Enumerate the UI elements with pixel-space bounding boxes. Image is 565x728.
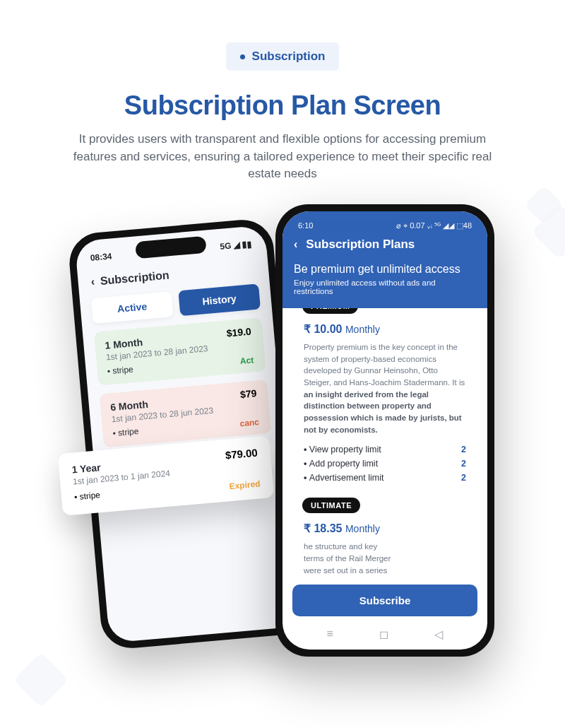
subscribe-button[interactable]: Subscribe [292, 585, 477, 616]
plans-header: 6:10 ⌀ ⌖ 0.07 ᵥᵢ ⁵ᴳ ◢◢ ⬚48 ‹ Subscriptio… [282, 211, 487, 308]
phone-mockup-plans: 6:10 ⌀ ⌖ 0.07 ᵥᵢ ⁵ᴳ ◢◢ ⬚48 ‹ Subscriptio… [275, 204, 494, 657]
back-icon[interactable]: ‹ [90, 276, 95, 288]
plans-body: PREMIUM ₹ 10.00 Monthly Property premium… [282, 308, 487, 577]
status-bar: 6:10 ⌀ ⌖ 0.07 ᵥᵢ ⁵ᴳ ◢◢ ⬚48 [294, 220, 476, 237]
plan-badge: PREMIUM [302, 308, 358, 314]
plan-badge: ULTIMATE [302, 498, 360, 513]
status-badge: Act [239, 355, 254, 366]
tab-active[interactable]: Active [91, 291, 174, 324]
screen-title-row: ‹ Subscription Plans [294, 237, 476, 252]
plan-price: ₹ 10.00 Monthly [304, 322, 466, 336]
limit-row: View property limit 2 [304, 442, 466, 457]
nav-back-icon[interactable]: ◁ [434, 628, 443, 641]
plan-card-ultimate[interactable]: ULTIMATE ₹ 18.35 Monthly he structure an… [292, 505, 477, 577]
plan-price: ₹ 18.35 Monthly [304, 522, 466, 535]
subscribe-wrap: Subscribe [282, 577, 487, 621]
limit-label: Add property limit [304, 459, 378, 469]
status-time: 6:10 [298, 221, 313, 230]
nav-menu-icon[interactable]: ≡ [327, 628, 333, 640]
card-price: $19.0 [226, 325, 251, 339]
nav-home-icon[interactable]: ◻ [379, 628, 388, 641]
card-price: $79 [239, 387, 257, 400]
page-title: Subscription Plan Screen [0, 90, 565, 121]
phone-mockup-history: 08:34 5G ◢ ▮▮ ‹ Subscription Active Hist… [67, 217, 307, 650]
status-badge: Expired [229, 479, 261, 491]
plan-description: Property premium is the key concept in t… [304, 341, 466, 435]
limit-value: 2 [461, 473, 466, 483]
plan-description: he structure and key terms of the Rail M… [304, 541, 396, 577]
status-badge: canc [239, 417, 259, 428]
tab-history[interactable]: History [178, 283, 261, 316]
chip-label: Subscription [252, 49, 326, 64]
hero-heading: Be premium get unlimited access [294, 263, 476, 276]
limit-value: 2 [461, 445, 466, 454]
screen-title: Subscription [100, 269, 170, 287]
limit-label: Advertisement limit [304, 473, 383, 483]
android-nav-bar: ≡ ◻ ◁ [282, 621, 487, 650]
limit-row: Add property limit 2 [304, 457, 466, 471]
plan-card-premium[interactable]: PREMIUM ₹ 10.00 Monthly Property premium… [292, 308, 477, 495]
back-icon[interactable]: ‹ [294, 238, 297, 251]
category-chip: Subscription [226, 42, 340, 71]
hero-subtext: Enjoy unlimited access without ads and r… [294, 278, 476, 295]
limit-row: Advertisement limit 2 [304, 471, 466, 485]
status-icons: ⌀ ⌖ 0.07 ᵥᵢ ⁵ᴳ ◢◢ ⬚48 [396, 221, 472, 230]
chip-dot-icon [240, 54, 245, 59]
limit-value: 2 [461, 459, 466, 469]
phone-stage: 08:34 5G ◢ ▮▮ ‹ Subscription Active Hist… [0, 204, 565, 713]
plan-limits: View property limit 2 Add property limit… [304, 442, 466, 485]
limit-label: View property limit [304, 445, 381, 454]
status-time: 08:34 [90, 251, 112, 263]
history-card-1month[interactable]: 1 Month 1st jan 2023 to 28 jan 2023 stri… [94, 317, 266, 385]
screen-title: Subscription Plans [306, 237, 415, 252]
page-subtitle: It provides users with transparent and f… [64, 131, 501, 183]
